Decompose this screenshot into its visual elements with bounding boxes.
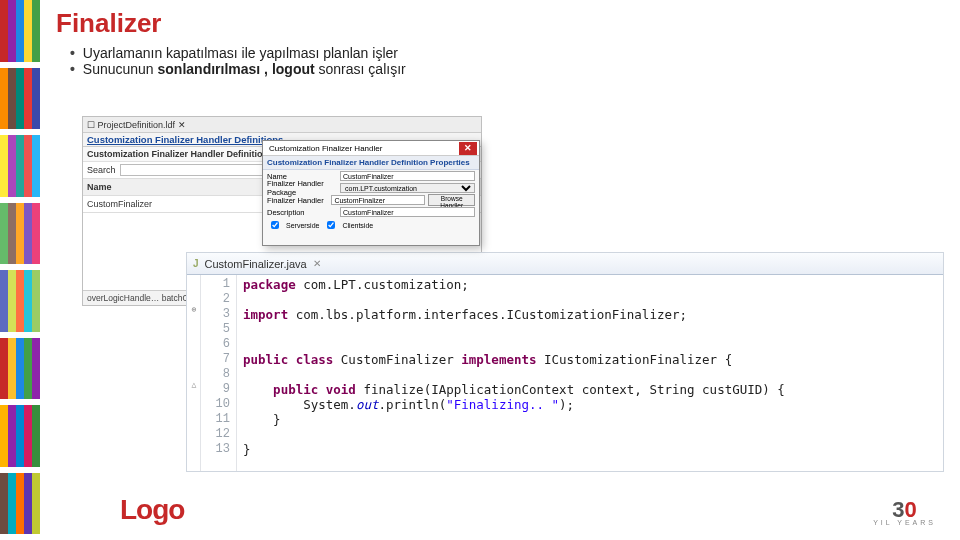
- package-select[interactable]: com.LPT.customization: [340, 183, 475, 193]
- description-field[interactable]: [340, 207, 475, 217]
- java-editor-tab[interactable]: J CustomFinalizer.java ✕: [187, 253, 943, 275]
- java-tab-label: CustomFinalizer.java: [205, 258, 307, 270]
- override-marker-icon: △: [188, 380, 200, 390]
- clientside-checkbox[interactable]: [327, 221, 335, 229]
- col-name[interactable]: Name: [83, 179, 282, 196]
- bullet-list: Uyarlamanın kapatılması ile yapılması pl…: [70, 45, 950, 77]
- serverside-label: Serverside: [286, 222, 319, 229]
- handler-label: Finalizer Handler: [267, 196, 328, 205]
- package-label: Finalizer Handler Package: [267, 179, 337, 197]
- dialog-header: Customization Finalizer Handler Definiti…: [263, 156, 479, 170]
- left-color-stripe: [0, 0, 40, 540]
- clientside-label: Clientside: [342, 222, 373, 229]
- java-tab-close-icon[interactable]: ✕: [313, 258, 321, 269]
- line-number-gutter: 1235678910111213: [201, 275, 237, 471]
- slide-content: Finalizer Uyarlamanın kapatılması ile ya…: [56, 8, 950, 81]
- close-icon[interactable]: ✕: [459, 142, 477, 155]
- handler-field[interactable]: [331, 195, 425, 205]
- slide-title: Finalizer: [56, 8, 950, 39]
- import-fold-icon[interactable]: ⊕: [188, 305, 200, 315]
- browse-handler-button[interactable]: Browse Handler: [428, 194, 475, 206]
- bullet-1: Uyarlamanın kapatılması ile yapılması pl…: [70, 45, 950, 61]
- description-label: Description: [267, 208, 337, 217]
- java-editor: J CustomFinalizer.java ✕ ⊕ △ 12356789101…: [186, 252, 944, 472]
- anniversary-logo: 30 YIL YEARS: [873, 501, 936, 526]
- logo-brand: Logo: [120, 494, 184, 526]
- bullet-2: Sunucunun sonlandırılması , logout sonra…: [70, 61, 950, 77]
- java-file-icon: J: [193, 258, 199, 269]
- editor-tab[interactable]: ☐ ProjectDefinition.ldf ✕: [83, 117, 481, 133]
- serverside-checkbox[interactable]: [271, 221, 279, 229]
- code-area[interactable]: package package com.LPT.customization;co…: [237, 275, 791, 471]
- name-field[interactable]: [340, 171, 475, 181]
- dialog-title: Customization Finalizer Handler: [269, 144, 382, 153]
- search-label: Search: [87, 165, 116, 175]
- finalizer-dialog: Customization Finalizer Handler ✕ Custom…: [262, 140, 480, 246]
- editor-marker-bar: ⊕ △: [187, 275, 201, 471]
